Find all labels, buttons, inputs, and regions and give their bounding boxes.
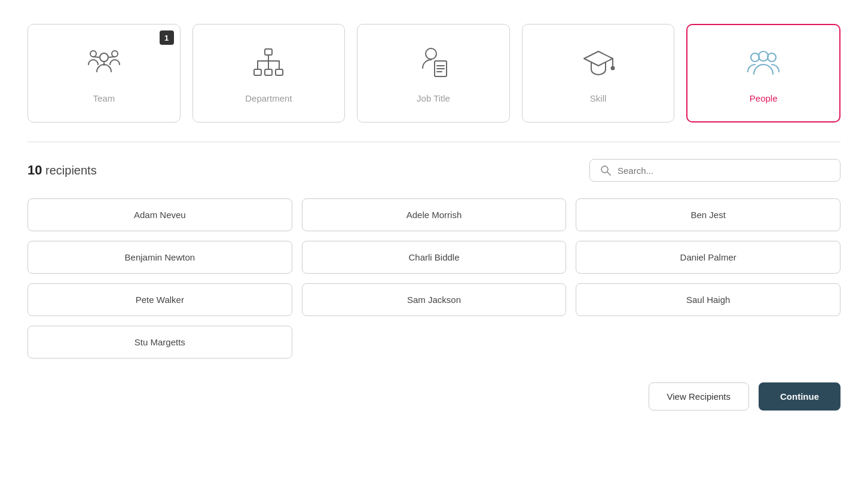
recipients-label: recipients xyxy=(45,164,97,177)
category-card-team[interactable]: 1Team xyxy=(27,24,181,122)
category-label-team: Team xyxy=(93,93,115,103)
person-card[interactable]: Adam Neveu xyxy=(27,198,292,231)
person-card[interactable]: Charli Biddle xyxy=(302,241,567,274)
person-card[interactable]: Sam Jackson xyxy=(302,283,567,316)
skill-icon xyxy=(579,44,618,82)
badge-team: 1 xyxy=(160,30,174,45)
search-input[interactable] xyxy=(618,166,830,176)
recipients-number: 10 xyxy=(27,163,42,177)
svg-line-27 xyxy=(607,172,610,175)
recipients-header: 10 recipients xyxy=(27,159,841,182)
view-recipients-button[interactable]: View Recipients xyxy=(649,382,749,411)
svg-point-26 xyxy=(601,166,608,173)
icon-skill xyxy=(579,44,618,85)
person-card[interactable]: Daniel Palmer xyxy=(576,241,841,274)
category-label-people: People xyxy=(750,93,778,103)
category-label-skill: Skill xyxy=(590,93,607,103)
person-grid: Adam NeveuAdele MorrishBen JestBenjamin … xyxy=(27,198,841,359)
person-card[interactable]: Saul Haigh xyxy=(576,283,841,316)
department-icon xyxy=(249,44,288,82)
person-card[interactable]: Pete Walker xyxy=(27,283,292,316)
search-icon xyxy=(600,164,612,176)
icon-people xyxy=(744,44,783,85)
icon-department xyxy=(249,44,288,85)
team-icon xyxy=(85,44,123,82)
category-row: 1TeamDepartmentJob TitleSkillPeople xyxy=(27,24,841,122)
category-label-department: Department xyxy=(245,93,292,103)
category-card-department[interactable]: Department xyxy=(192,24,346,122)
continue-button[interactable]: Continue xyxy=(759,382,841,411)
people-icon xyxy=(744,44,783,82)
icon-team xyxy=(85,44,123,85)
category-card-job-title[interactable]: Job Title xyxy=(357,24,510,122)
category-card-people[interactable]: People xyxy=(686,24,841,122)
person-card[interactable]: Adele Morrish xyxy=(302,198,567,231)
person-card[interactable]: Ben Jest xyxy=(576,198,841,231)
footer-row: View Recipients Continue xyxy=(27,382,841,411)
section-divider xyxy=(27,142,841,142)
icon-job-title xyxy=(414,44,453,85)
category-label-job-title: Job Title xyxy=(417,93,450,103)
category-card-skill[interactable]: Skill xyxy=(522,24,675,122)
person-card[interactable]: Benjamin Newton xyxy=(27,241,292,274)
recipients-count: 10 recipients xyxy=(27,163,97,178)
search-box[interactable] xyxy=(589,159,841,182)
person-card[interactable]: Stu Margetts xyxy=(27,326,292,359)
job-title-icon xyxy=(414,44,453,82)
